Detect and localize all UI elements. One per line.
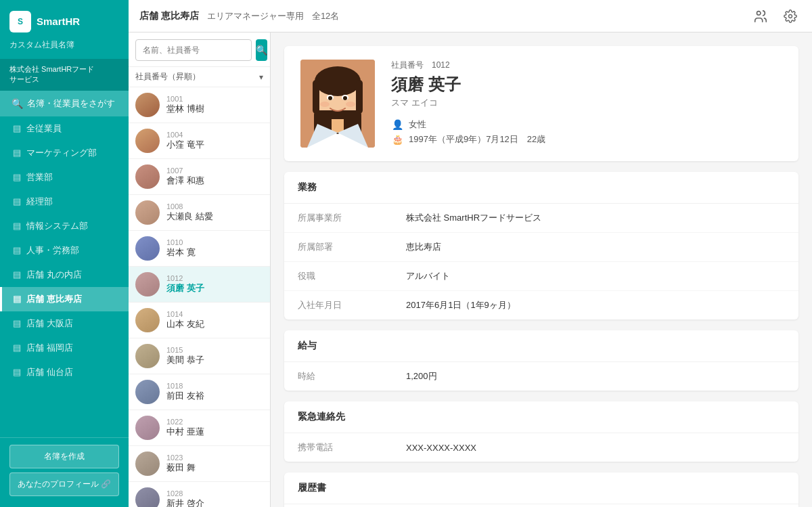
detail-label: 所属事業所 bbox=[298, 212, 406, 224]
section-resume: 履歴書履歴書・職務経歴書表示する bbox=[284, 472, 798, 507]
emp-number: 1007 bbox=[166, 167, 263, 175]
emp-number: 1015 bbox=[166, 346, 263, 354]
nav-label: 情報システム部 bbox=[26, 220, 88, 232]
emp-info: 1014 山本 友紀 bbox=[166, 310, 263, 330]
sidebar-nav: ▤全従業員▤マーケティング部▤営業部▤経理部▤情報システム部▤人事・労務部▤店舗… bbox=[0, 116, 129, 437]
nav-label: 全従業員 bbox=[26, 123, 62, 135]
svg-point-4 bbox=[315, 66, 361, 96]
section-header-business: 業務 bbox=[284, 172, 798, 204]
avatar bbox=[135, 416, 160, 440]
emp-name: 須磨 英子 bbox=[166, 282, 263, 294]
employee-list-item[interactable]: 1001 堂林 博樹 bbox=[129, 87, 270, 123]
nav-icon: ▤ bbox=[13, 269, 21, 280]
search-button[interactable]: 🔍 bbox=[256, 39, 267, 61]
sidebar-search-item[interactable]: 🔍 名簿・従業員をさがす bbox=[0, 91, 129, 116]
emp-number: 1010 bbox=[166, 238, 263, 246]
emp-name: 堂林 博樹 bbox=[166, 103, 263, 115]
avatar bbox=[135, 308, 160, 332]
section-header-emergency: 緊急連絡先 bbox=[284, 401, 798, 433]
settings-icon[interactable] bbox=[780, 5, 801, 27]
sort-arrow-icon[interactable]: ▾ bbox=[259, 72, 263, 82]
sidebar-item-ebisu[interactable]: ▤店舗 恵比寿店 bbox=[0, 287, 129, 311]
sidebar-item-marunouchi[interactable]: ▤店舗 丸の内店 bbox=[0, 263, 129, 287]
svg-point-1 bbox=[789, 14, 792, 18]
employee-list-panel: 🔍 社員番号（昇順） ▾ 1001 堂林 博樹 1004 小窪 竜平 1007 … bbox=[129, 32, 271, 507]
sidebar-item-marketing[interactable]: ▤マーケティング部 bbox=[0, 141, 129, 165]
employee-list-item[interactable]: 1028 新井 啓介 bbox=[129, 482, 270, 507]
people-management-icon[interactable] bbox=[750, 5, 771, 27]
nav-icon: ▤ bbox=[13, 172, 21, 182]
my-profile-button[interactable]: あなたのプロフィール 🔗 bbox=[9, 472, 119, 496]
employee-list-item[interactable]: 1018 前田 友裕 bbox=[129, 374, 270, 410]
nav-label: 店舗 仙台店 bbox=[26, 366, 73, 378]
logo-area: S SmartHR bbox=[0, 0, 129, 38]
sidebar: S SmartHR カスタム社員名簿 株式会社 SmartHRフードサービス 🔍… bbox=[0, 0, 129, 507]
sidebar-footer: 名簿を作成 あなたのプロフィール 🔗 bbox=[0, 437, 129, 507]
nav-icon: ▤ bbox=[13, 123, 21, 133]
avatar bbox=[135, 236, 160, 261]
topbar-store: 店舗 恵比寿店 bbox=[139, 10, 199, 22]
sidebar-item-sendai[interactable]: ▤店舗 仙台店 bbox=[0, 360, 129, 384]
section-body-emergency: 携帯電話XXX-XXXX-XXXX bbox=[284, 433, 798, 462]
section-body-resume: 履歴書・職務経歴書表示する bbox=[284, 504, 798, 507]
employee-list-item[interactable]: 1004 小窪 竜平 bbox=[129, 123, 270, 159]
nav-icon: ▤ bbox=[13, 245, 21, 255]
emp-name: 小窪 竜平 bbox=[166, 139, 263, 151]
nav-label: 経理部 bbox=[26, 196, 53, 208]
sidebar-item-it[interactable]: ▤情報システム部 bbox=[0, 214, 129, 238]
emp-info: 1012 須磨 英子 bbox=[166, 274, 263, 294]
logo-text: SmartHR bbox=[37, 16, 80, 28]
detail-panel: 社員番号 1012 須磨 英子 スマ エイコ 👤 女性 🎂 1997年（平成9年… bbox=[271, 32, 812, 507]
emp-info: 1010 岩本 寛 bbox=[166, 238, 263, 259]
emp-name: 中村 亜蓮 bbox=[166, 426, 263, 438]
emp-info: 1028 新井 啓介 bbox=[166, 489, 263, 507]
avatar bbox=[135, 344, 160, 368]
employee-list-item[interactable]: 1022 中村 亜蓮 bbox=[129, 410, 270, 446]
employee-list-item[interactable]: 1014 山本 友紀 bbox=[129, 303, 270, 338]
detail-row: 所属事業所株式会社 SmartHRフードサービス bbox=[284, 204, 798, 233]
employee-list-item[interactable]: 1023 薮田 舞 bbox=[129, 446, 270, 482]
avatar bbox=[135, 380, 160, 404]
search-input[interactable] bbox=[135, 39, 252, 61]
emp-number: 1023 bbox=[166, 454, 263, 462]
birthday-icon: 🎂 bbox=[391, 134, 403, 145]
emp-name: 會澤 和惠 bbox=[166, 175, 263, 187]
sidebar-item-osaka[interactable]: ▤店舗 大阪店 bbox=[0, 311, 129, 336]
nav-label: 店舗 恵比寿店 bbox=[26, 293, 82, 305]
employee-list-item[interactable]: 1015 美間 恭子 bbox=[129, 338, 270, 374]
sidebar-item-all[interactable]: ▤全従業員 bbox=[0, 116, 129, 141]
employee-list-item[interactable]: 1008 大瀬良 結愛 bbox=[129, 195, 270, 231]
emp-name: 薮田 舞 bbox=[166, 462, 263, 474]
emp-number: 1004 bbox=[166, 131, 263, 139]
nav-label: 店舗 丸の内店 bbox=[26, 269, 82, 281]
employee-list-item[interactable]: 1007 會澤 和惠 bbox=[129, 159, 270, 195]
svg-point-14 bbox=[346, 102, 355, 107]
nav-label: 人事・労務部 bbox=[26, 244, 79, 257]
nav-icon: ▤ bbox=[13, 221, 21, 231]
nav-icon: ▤ bbox=[13, 343, 21, 353]
employee-list-item[interactable]: 1010 岩本 寛 bbox=[129, 231, 270, 267]
sidebar-item-hr[interactable]: ▤人事・労務部 bbox=[0, 238, 129, 263]
detail-row: 携帯電話XXX-XXXX-XXXX bbox=[284, 433, 798, 462]
section-business: 業務所属事業所株式会社 SmartHRフードサービス所属部署恵比寿店役職アルバイ… bbox=[284, 172, 798, 319]
nav-label: マーケティング部 bbox=[26, 147, 97, 159]
svg-point-0 bbox=[757, 11, 761, 15]
create-meibo-button[interactable]: 名簿を作成 bbox=[9, 445, 119, 468]
section-body-salary: 時給1,200円 bbox=[284, 362, 798, 391]
sidebar-item-sales[interactable]: ▤営業部 bbox=[0, 165, 129, 190]
profile-photo bbox=[300, 60, 375, 148]
nav-label: 店舗 福岡店 bbox=[26, 342, 73, 354]
search-icon: 🔍 bbox=[12, 98, 23, 109]
sidebar-item-accounting[interactable]: ▤経理部 bbox=[0, 190, 129, 214]
sidebar-search-label: 名簿・従業員をさがす bbox=[27, 97, 115, 110]
nav-icon: ▤ bbox=[13, 367, 21, 377]
sections-container: 業務所属事業所株式会社 SmartHRフードサービス所属部署恵比寿店役職アルバイ… bbox=[284, 172, 798, 507]
employee-list-item[interactable]: 1012 須磨 英子 bbox=[129, 267, 270, 303]
sidebar-item-fukuoka[interactable]: ▤店舗 福岡店 bbox=[0, 336, 129, 360]
emp-info: 1004 小窪 竜平 bbox=[166, 131, 263, 151]
nav-label: 店舗 大阪店 bbox=[26, 317, 73, 330]
nav-icon: ▤ bbox=[13, 196, 21, 206]
app-subtitle: カスタム社員名簿 bbox=[0, 38, 129, 59]
nav-icon: ▤ bbox=[13, 318, 21, 328]
detail-row: 履歴書・職務経歴書表示する bbox=[284, 504, 798, 507]
